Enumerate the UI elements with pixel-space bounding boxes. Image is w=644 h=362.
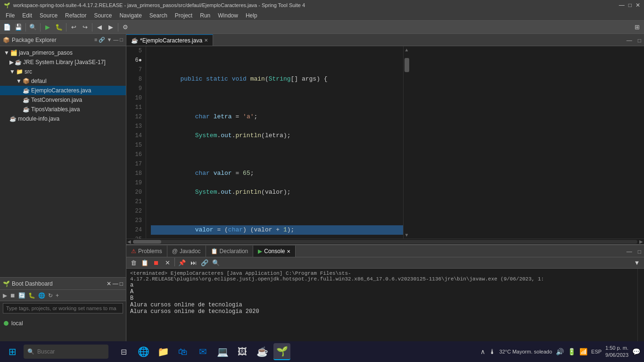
console-stop-btn[interactable]: ⏹ (151, 258, 161, 268)
tray-network[interactable]: 🌡 (489, 348, 495, 355)
boot-debug-icon[interactable]: 🐛 (27, 292, 36, 299)
console-link-btn[interactable]: 🔗 (199, 258, 210, 268)
toolbar-forward[interactable]: ▶ (106, 22, 116, 33)
menu-source[interactable]: Source (36, 11, 61, 20)
tab-console[interactable]: ▶ Console ✕ (253, 246, 296, 257)
tree-test-conversion[interactable]: ☕ TestConversion.java (0, 95, 126, 105)
bottom-maximize-icon[interactable]: □ (635, 247, 644, 257)
console-terminate-btn[interactable]: ✕ (162, 258, 173, 268)
scroll-down-arrow[interactable]: ▼ (404, 231, 410, 239)
console-pin-btn[interactable]: 📌 (177, 258, 187, 268)
menu-refactor[interactable]: Refactor (61, 11, 90, 20)
toolbar-debug[interactable]: 🐛 (54, 22, 64, 33)
scroll-up-arrow[interactable]: ▲ (404, 46, 410, 53)
boot-maximize-icon[interactable]: □ (120, 280, 123, 287)
hscroll-right[interactable]: ▶ (639, 239, 643, 244)
boot-refresh-icon[interactable]: ↻ (47, 292, 54, 299)
menu-help[interactable]: Help (242, 11, 261, 20)
hscroll-left[interactable]: ◀ (127, 239, 131, 244)
menu-source2[interactable]: Source (90, 11, 116, 20)
time-display: 1:50 p. m. 9/06/2023 (605, 345, 628, 359)
taskbar-edge[interactable]: 🌐 (135, 343, 152, 360)
tray-wifi[interactable]: 📶 (579, 348, 587, 355)
menu-navigate[interactable]: Navigate (116, 11, 145, 20)
taskbar-store[interactable]: 🛍 (174, 343, 191, 360)
maximize-button[interactable]: □ (628, 2, 632, 8)
menu-file[interactable]: File (2, 11, 18, 20)
taskbar-vscode[interactable]: 💻 (214, 343, 231, 360)
taskbar-explorer[interactable]: 📁 (155, 343, 172, 360)
taskbar-taskview[interactable]: ⊟ (115, 343, 132, 360)
tree-tipos-variables[interactable]: ☕ TiposVariables.java (0, 105, 126, 114)
taskbar-photos[interactable]: 🖼 (234, 343, 251, 360)
toolbar-search[interactable]: 🔍 (28, 22, 38, 33)
console-menu-btn[interactable]: ▼ (632, 258, 642, 268)
taskbar-search[interactable] (37, 348, 103, 355)
toolbar-back[interactable]: ◀ (94, 22, 105, 33)
tray-volume[interactable]: 🔊 (556, 348, 564, 355)
boot-close-icon[interactable]: ✕ (107, 280, 111, 287)
start-button[interactable]: ⊞ (4, 343, 21, 360)
toolbar-new[interactable]: 📄 (2, 22, 12, 33)
pkg-maximize-icon[interactable]: □ (120, 37, 123, 43)
minimize-button[interactable]: — (619, 2, 625, 8)
tree-project[interactable]: ▼ 🗂️ java_primeros_pasos (0, 48, 126, 58)
pkg-minimize-icon[interactable]: — (113, 37, 118, 43)
toolbar-save[interactable]: 💾 (13, 22, 24, 33)
menu-search[interactable]: Search (146, 11, 171, 20)
lang-indicator[interactable]: ESP (591, 349, 602, 354)
taskbar-java[interactable]: ☕ (254, 343, 271, 360)
tree-ejemplo-caracteres[interactable]: ☕ EjemploCaracteres.java (0, 86, 126, 95)
editor-tab-ejemplo[interactable]: ☕ *EjemploCaracteres.java ✕ (126, 34, 213, 46)
editor-collapse-icon[interactable]: — (624, 35, 635, 46)
line-25: 25 (126, 235, 142, 239)
toolbar-perspective[interactable]: ⊞ (632, 22, 642, 33)
taskbar-sts[interactable]: 🌱 (273, 343, 290, 360)
tray-battery[interactable]: 🔋 (568, 348, 576, 355)
editor-vertical-scrollbar[interactable]: ▲ ▼ (403, 46, 410, 239)
menu-run[interactable]: Run (196, 11, 214, 20)
menu-window[interactable]: Window (214, 11, 242, 20)
taskbar-mail[interactable]: ✉ (194, 343, 211, 360)
pkg-link-icon[interactable]: 🔗 (99, 37, 105, 43)
hscroll-thumb[interactable] (133, 240, 161, 244)
code-content[interactable]: public static void main(String[] args) {… (146, 46, 403, 239)
boot-stop-icon[interactable]: ⏹ (9, 292, 17, 299)
menu-edit[interactable]: Edit (18, 11, 36, 20)
editor-scrollable[interactable]: 5 6● 7 8 9 10 11 12 13 14 15 16 17 18 (126, 46, 644, 239)
tree-defaul[interactable]: ▼ 📦 defaul (0, 76, 126, 86)
pkg-menu-icon[interactable]: ▼ (107, 37, 112, 43)
close-button[interactable]: ✕ (636, 2, 640, 8)
tree-src[interactable]: ▼ 📁 src (0, 67, 126, 76)
tab-javadoc[interactable]: @ Javadoc (167, 246, 206, 257)
boot-restart-icon[interactable]: 🔄 (17, 292, 26, 299)
tree-jre[interactable]: ▶ ☕ JRE System Library [JavaSE-17] (0, 58, 126, 67)
boot-open-icon[interactable]: 🌐 (37, 292, 46, 299)
notification-icon[interactable]: 💬 (632, 348, 640, 355)
console-next-btn[interactable]: ⏭ (188, 258, 198, 268)
tree-module-info[interactable]: ☕ module-info.java (0, 114, 126, 123)
boot-local-item[interactable]: local (0, 319, 126, 328)
boot-add-icon[interactable]: + (55, 292, 60, 299)
toolbar-run[interactable]: ▶ (42, 22, 53, 33)
menu-project[interactable]: Project (171, 11, 196, 20)
tray-chevron[interactable]: ∧ (480, 348, 485, 355)
console-clear-btn[interactable]: 🗑 (128, 258, 139, 268)
toolbar-settings[interactable]: ⚙ (120, 22, 131, 33)
boot-minimize-icon[interactable]: — (113, 280, 118, 287)
toolbar-undo[interactable]: ↩ (68, 22, 79, 33)
console-close-btn[interactable]: ✕ (287, 249, 290, 254)
bottom-minimize-icon[interactable]: — (624, 247, 635, 257)
boot-run-icon[interactable]: ▶ (2, 292, 8, 299)
console-search-btn[interactable]: 🔍 (211, 258, 221, 268)
editor-maximize-icon[interactable]: □ (635, 35, 644, 46)
scroll-thumb[interactable] (405, 58, 409, 72)
toolbar-redo[interactable]: ↪ (80, 22, 90, 33)
pkg-collapse-icon[interactable]: ≡ (94, 37, 97, 43)
tab-problems[interactable]: ⚠ Problems (126, 246, 167, 257)
editor-tab-close[interactable]: ✕ (204, 38, 208, 43)
console-copy-btn[interactable]: 📋 (140, 258, 150, 268)
tab-declaration[interactable]: 📋 Declaration (206, 246, 254, 257)
boot-tags-input[interactable] (3, 303, 123, 313)
editor-horizontal-scrollbar[interactable]: ◀ ▶ (126, 239, 644, 244)
